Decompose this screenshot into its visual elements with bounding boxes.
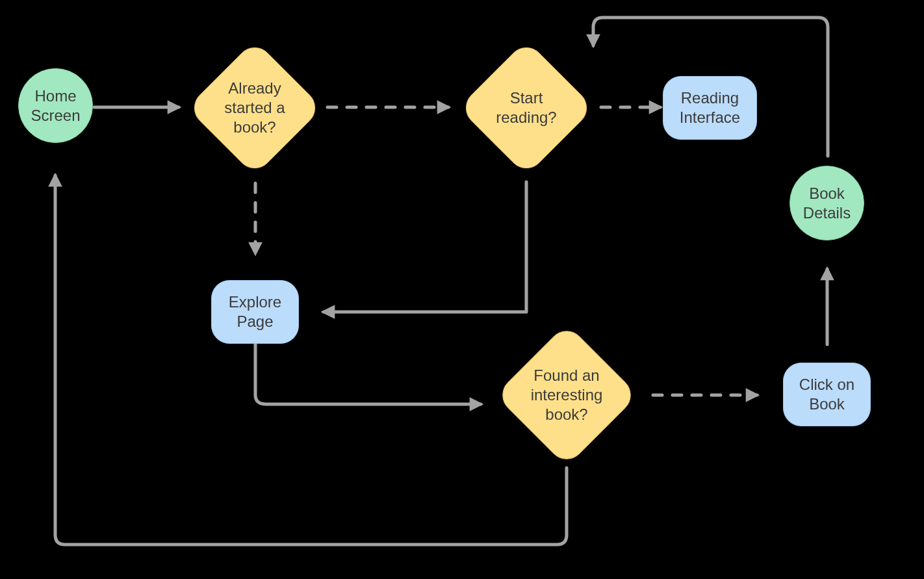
node-start-reading: Startreading? [478, 60, 574, 156]
flow-edge [324, 182, 526, 312]
flowchart-canvas: HomeScreen Alreadystarted abook? Startre… [0, 0, 924, 579]
node-label: Alreadystarted abook? [194, 47, 316, 169]
node-click-on-book: Click onBook [783, 363, 871, 426]
node-home-screen: HomeScreen [18, 68, 93, 143]
node-label: Startreading? [465, 47, 587, 169]
node-book-details: BookDetails [789, 166, 864, 240]
node-explore-page: ExplorePage [211, 280, 299, 344]
node-label: Click onBook [799, 375, 854, 414]
flow-edge [55, 175, 567, 545]
node-found-interesting: Found aninterestingbook? [516, 344, 617, 446]
flow-edge [255, 344, 481, 404]
edges-layer [0, 0, 924, 579]
node-reading-interface: ReadingInterface [663, 76, 757, 140]
node-label: ReadingInterface [680, 88, 740, 127]
node-label: HomeScreen [31, 86, 80, 125]
node-label: Found aninterestingbook? [503, 331, 630, 459]
node-label: BookDetails [803, 184, 851, 223]
node-label: ExplorePage [229, 292, 281, 331]
node-already-started: Alreadystarted abook? [207, 60, 303, 156]
